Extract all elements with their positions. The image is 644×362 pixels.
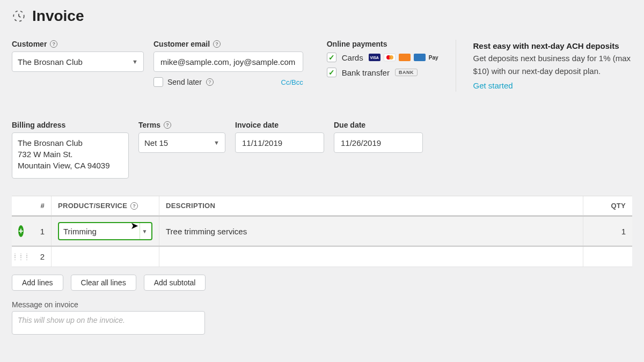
cards-label: Cards bbox=[342, 53, 363, 62]
chevron-down-icon: ▼ bbox=[214, 139, 219, 146]
terms-select[interactable]: Net 15 ▼ bbox=[138, 132, 225, 153]
chevron-down-icon: ▼ bbox=[132, 58, 138, 65]
page-title: Invoice bbox=[32, 8, 84, 25]
line-items-table: # PRODUCT/SERVICE ? DESCRIPTION QTY + 1 … bbox=[12, 196, 632, 267]
help-icon[interactable]: ? bbox=[50, 40, 57, 48]
page-header: Invoice bbox=[12, 8, 632, 25]
send-later-label: Send later bbox=[167, 78, 202, 86]
billing-label: Billing address bbox=[12, 121, 65, 129]
billing-address-input[interactable]: The Brosnan Club 732 W Main St. Mountain… bbox=[12, 132, 129, 179]
promo-block: Rest easy with next-day ACH deposits Get… bbox=[473, 40, 633, 92]
send-later-checkbox[interactable] bbox=[153, 77, 163, 87]
card-icons: VISA Pay bbox=[369, 54, 438, 61]
invoice-date-input[interactable]: 11/11/2019 bbox=[235, 132, 324, 153]
help-icon[interactable]: ? bbox=[213, 40, 221, 48]
amex-icon bbox=[414, 54, 426, 61]
col-product: PRODUCT/SERVICE bbox=[58, 202, 127, 210]
promo-body: Get deposits next business day for 1% (m… bbox=[473, 52, 633, 77]
col-qty: QTY bbox=[583, 196, 632, 215]
clear-all-lines-button[interactable]: Clear all lines bbox=[71, 275, 136, 291]
qty-cell[interactable] bbox=[583, 247, 632, 267]
terms-block: Terms ? Net 15 ▼ bbox=[138, 121, 225, 179]
add-lines-button[interactable]: Add lines bbox=[12, 275, 63, 291]
row-num: 2 bbox=[30, 247, 52, 267]
row-num: 1 bbox=[30, 217, 52, 246]
col-description: DESCRIPTION bbox=[159, 196, 583, 215]
bank-transfer-label: Bank transfer bbox=[342, 68, 390, 77]
message-label: Message on invoice bbox=[12, 300, 632, 309]
message-textarea[interactable]: This will show up on the invoice. bbox=[12, 311, 205, 335]
drag-handle-icon[interactable]: ⋮⋮⋮⋮⋮⋮ bbox=[12, 255, 30, 259]
vertical-divider bbox=[456, 40, 456, 92]
terms-label: Terms bbox=[138, 121, 160, 129]
email-block: Customer email ? mike@sample.com, joy@sa… bbox=[153, 40, 303, 92]
email-value: mike@sample.com, joy@sample.com bbox=[160, 57, 295, 67]
invoice-icon bbox=[12, 9, 26, 23]
product-cell[interactable] bbox=[52, 247, 159, 267]
customer-value: The Brosnan Club bbox=[18, 57, 83, 67]
bank-badge: BANK bbox=[395, 69, 418, 76]
ccbcc-link[interactable]: Cc/Bcc bbox=[281, 78, 303, 86]
invoice-date-block: Invoice date 11/11/2019 bbox=[235, 121, 324, 179]
promo-title: Rest easy with next-day ACH deposits bbox=[473, 40, 633, 52]
description-cell[interactable]: Tree trimming services bbox=[159, 217, 583, 246]
help-icon[interactable]: ? bbox=[130, 202, 138, 210]
email-label: Customer email bbox=[153, 40, 210, 48]
help-icon[interactable]: ? bbox=[164, 121, 171, 129]
discover-icon bbox=[399, 54, 411, 61]
terms-value: Net 15 bbox=[144, 138, 168, 147]
table-row[interactable]: ⋮⋮⋮⋮⋮⋮ 2 bbox=[12, 247, 632, 267]
email-input[interactable]: mike@sample.com, joy@sample.com bbox=[153, 51, 303, 72]
chevron-down-icon: ▼ bbox=[140, 223, 151, 239]
bank-transfer-checkbox[interactable] bbox=[327, 68, 336, 77]
promo-link[interactable]: Get started bbox=[473, 79, 513, 92]
due-date-label: Due date bbox=[334, 121, 365, 129]
due-date-block: Due date 11/26/2019 bbox=[334, 121, 423, 179]
customer-select[interactable]: The Brosnan Club ▼ bbox=[12, 51, 144, 72]
apple-pay-icon: Pay bbox=[429, 55, 438, 61]
due-date-input[interactable]: 11/26/2019 bbox=[334, 132, 423, 153]
online-payments-title: Online payments bbox=[327, 40, 438, 48]
product-select[interactable]: Trimming ▼ bbox=[58, 222, 152, 240]
visa-icon: VISA bbox=[369, 54, 380, 61]
qty-cell[interactable]: 1 bbox=[583, 217, 632, 246]
description-cell[interactable] bbox=[159, 247, 583, 267]
add-row-button[interactable]: + bbox=[18, 225, 24, 237]
customer-label: Customer bbox=[12, 40, 47, 48]
billing-block: Billing address The Brosnan Club 732 W M… bbox=[12, 121, 129, 179]
message-block: Message on invoice This will show up on … bbox=[12, 300, 632, 335]
table-row[interactable]: + 1 Trimming ▼ Tree trimming services 1 bbox=[12, 216, 632, 247]
table-header: # PRODUCT/SERVICE ? DESCRIPTION QTY bbox=[12, 196, 632, 216]
customer-block: Customer ? The Brosnan Club ▼ bbox=[12, 40, 144, 92]
invoice-date-label: Invoice date bbox=[235, 121, 279, 129]
add-subtotal-button[interactable]: Add subtotal bbox=[144, 275, 206, 291]
online-payments-block: Online payments Cards VISA Pay Bank tran… bbox=[327, 40, 438, 92]
col-num: # bbox=[30, 196, 52, 215]
cards-checkbox[interactable] bbox=[327, 53, 336, 62]
mastercard-icon bbox=[384, 54, 396, 61]
help-icon[interactable]: ? bbox=[206, 78, 214, 86]
